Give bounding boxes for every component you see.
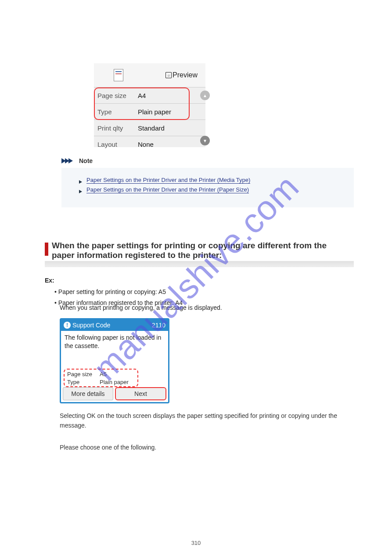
info-label: Type bbox=[67, 378, 100, 386]
arrow-right-icon bbox=[79, 190, 82, 193]
dialog-info-box: Page size A5 Type Plain paper bbox=[64, 369, 138, 387]
settings-panel-screenshot: ⌕ Preview Page size A4 Type Plain paper … bbox=[94, 63, 205, 147]
dialog-message: The following paper is not loaded in the… bbox=[61, 331, 168, 350]
example-label: Ex: bbox=[45, 277, 54, 284]
scroll-up-icon[interactable]: ▲ bbox=[200, 91, 210, 100]
note-link-media-type[interactable]: Paper Settings on the Printer Driver and… bbox=[86, 177, 250, 184]
settings-row-layout[interactable]: Layout None bbox=[94, 136, 205, 152]
after-paragraph-1: Selecting OK on the touch screen display… bbox=[60, 411, 349, 430]
row-label: Page size bbox=[97, 92, 138, 99]
note-link-item: Paper Settings on the Printer Driver and… bbox=[79, 177, 345, 184]
magnifier-icon: ⌕ bbox=[165, 72, 172, 78]
scroll-down-icon[interactable]: ▼ bbox=[200, 136, 210, 145]
example-bullet: Paper setting for printing or copying: A… bbox=[58, 288, 166, 295]
row-label: Type bbox=[97, 108, 138, 116]
row-label: Print qlty bbox=[97, 124, 138, 132]
settings-row-page-size[interactable]: Page size A4 bbox=[94, 87, 205, 104]
note-chevrons-icon bbox=[61, 158, 72, 163]
row-value: None bbox=[138, 141, 154, 148]
note-link-paper-size[interactable]: Paper Settings on the Printer Driver and… bbox=[86, 186, 249, 193]
more-details-button[interactable]: More details bbox=[63, 387, 113, 400]
dialog-header-label: Support Code bbox=[72, 322, 110, 329]
page-number: 310 bbox=[0, 540, 392, 546]
section-marker bbox=[45, 243, 48, 256]
info-value: Plain paper bbox=[100, 378, 129, 386]
section-underline bbox=[45, 261, 354, 267]
note-box: Paper Settings on the Printer Driver and… bbox=[61, 168, 354, 207]
alert-icon: ! bbox=[64, 322, 71, 329]
support-code-dialog: ! Support Code 2110 The following paper … bbox=[60, 318, 169, 403]
settings-panel-header: ⌕ Preview bbox=[94, 63, 205, 87]
preview-label: Preview bbox=[173, 71, 198, 79]
row-label: Layout bbox=[97, 141, 138, 148]
settings-row-type[interactable]: Type Plain paper bbox=[94, 104, 205, 120]
dialog-header: ! Support Code 2110 bbox=[61, 319, 168, 331]
section-lead-in: When you start printing or copying, a me… bbox=[60, 304, 349, 311]
info-row-page-size: Page size A5 bbox=[67, 370, 135, 378]
info-value: A5 bbox=[100, 370, 107, 378]
section-title: When the paper settings for printing or … bbox=[52, 241, 350, 260]
next-button[interactable]: Next bbox=[115, 387, 166, 400]
row-value: A4 bbox=[138, 92, 146, 99]
preview-button[interactable]: ⌕ Preview bbox=[165, 71, 198, 79]
document-icon bbox=[114, 69, 123, 81]
support-code-value: 2110 bbox=[152, 322, 165, 329]
settings-row-print-qlty[interactable]: Print qlty Standard bbox=[94, 120, 205, 136]
info-label: Page size bbox=[67, 370, 100, 378]
note-link-item: Paper Settings on the Printer Driver and… bbox=[79, 186, 345, 193]
info-row-type: Type Plain paper bbox=[67, 378, 135, 386]
note-heading: Note bbox=[79, 157, 93, 164]
after-paragraph-2: Please choose one of the following. bbox=[60, 443, 349, 453]
dialog-buttons: More details Next bbox=[63, 387, 166, 400]
row-value: Plain paper bbox=[138, 108, 171, 116]
arrow-right-icon bbox=[79, 180, 82, 184]
row-value: Standard bbox=[138, 124, 165, 132]
